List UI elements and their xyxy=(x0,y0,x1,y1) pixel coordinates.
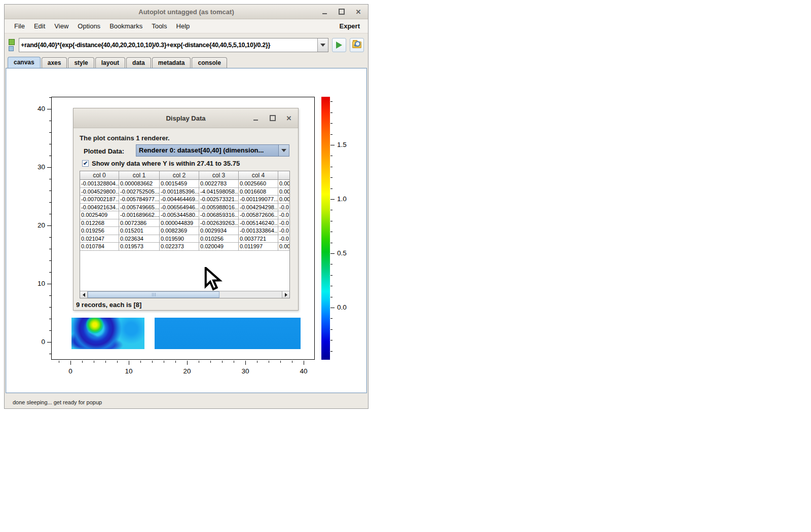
menu-bookmarks[interactable]: Bookmarks xyxy=(105,20,147,32)
desktop: Autoplot untagged (as tomcat) ✕ FileEdit… xyxy=(0,0,811,532)
y-axis-label: 40 xyxy=(24,105,45,113)
column-header[interactable] xyxy=(278,171,289,180)
window-titlebar[interactable]: Autoplot untagged (as tomcat) ✕ xyxy=(5,5,368,19)
y-axis-tick xyxy=(49,97,51,98)
combo-dropdown-button[interactable] xyxy=(278,145,289,156)
table-cell: -0.002573321... xyxy=(199,196,239,204)
table-cell: -0.005146240... xyxy=(239,219,278,227)
y-axis-label: 0 xyxy=(24,338,45,346)
play-icon xyxy=(336,42,342,49)
table-row[interactable]: -0.004921634...-0.005749665...-0.0065649… xyxy=(80,204,289,212)
records-summary: 9 records, each is [8] xyxy=(76,301,141,309)
window-maximize-button[interactable] xyxy=(338,8,346,16)
tab-canvas[interactable]: canvas xyxy=(8,57,41,68)
tab-data[interactable]: data xyxy=(126,57,151,68)
tab-style[interactable]: style xyxy=(68,57,94,68)
menu-file[interactable]: File xyxy=(10,20,29,32)
dialog-titlebar[interactable]: Display Data ✕ xyxy=(73,108,298,128)
colorbar-tick xyxy=(330,275,333,276)
column-header[interactable]: col 4 xyxy=(239,171,278,180)
table-cell: 0.023634 xyxy=(119,235,160,243)
table-cell: 0.019573 xyxy=(119,243,160,251)
table-cell: 0.0082369 xyxy=(160,227,199,235)
table-row[interactable]: 0.0107840.0195730.0223730.0200490.011997… xyxy=(80,243,289,251)
table-row[interactable]: 0.0210470.0236340.0195900.0102560.003772… xyxy=(80,235,289,243)
dialog-maximize-button[interactable] xyxy=(269,114,277,122)
dialog-minimize-button[interactable] xyxy=(251,114,260,122)
table-row[interactable]: 0.0122680.00723860.000044839-0.002639263… xyxy=(80,219,289,227)
y-axis-tick xyxy=(47,225,51,226)
uri-dropdown-button[interactable] xyxy=(317,39,328,52)
table-row[interactable]: 0.0192560.0152010.00823690.0029934-0.001… xyxy=(80,227,289,235)
y-axis-tick xyxy=(49,121,51,121)
uri-combobox[interactable]: +rand{40,40}*{exp{-distance{40,40,20,20,… xyxy=(19,38,328,52)
column-header[interactable]: col 2 xyxy=(160,171,199,180)
dialog-title: Display Data xyxy=(166,115,205,122)
window-close-button[interactable]: ✕ xyxy=(354,8,362,16)
scroll-left-button[interactable] xyxy=(80,291,88,298)
menu-help[interactable]: Help xyxy=(172,20,195,32)
table-cell: 0.000044839 xyxy=(160,219,199,227)
plot-canvas[interactable]: 4030201000102030401.51.00.50.0 Display D… xyxy=(6,68,367,393)
minimize-icon xyxy=(253,120,258,121)
column-header[interactable]: col 0 xyxy=(80,171,119,180)
menu-view[interactable]: View xyxy=(50,20,73,32)
tab-metadata[interactable]: metadata xyxy=(152,57,191,68)
x-axis-tick xyxy=(117,361,118,363)
column-header[interactable]: col 1 xyxy=(119,171,160,180)
uri-input[interactable]: +rand{40,40}*{exp{-distance{40,40,20,20,… xyxy=(19,39,317,52)
close-icon: ✕ xyxy=(286,115,292,122)
y-axis-tick xyxy=(49,144,51,144)
filter-checkbox[interactable]: ✔ xyxy=(82,160,89,167)
dialog-close-button[interactable]: ✕ xyxy=(285,114,293,122)
y-axis-tick xyxy=(49,307,51,308)
table-row[interactable]: -0.004529800...-0.002752505...-0.0011853… xyxy=(80,188,289,196)
y-axis-tick xyxy=(47,342,51,343)
inspect-uri-button[interactable] xyxy=(350,38,364,52)
go-button[interactable] xyxy=(332,38,346,52)
x-axis-label: 20 xyxy=(177,367,197,375)
colorbar-tick xyxy=(330,318,333,319)
chevron-down-icon xyxy=(281,149,286,152)
colorbar-tick xyxy=(330,221,333,221)
menu-options[interactable]: Options xyxy=(73,20,105,32)
plotted-data-combobox[interactable]: Renderer 0: dataset[40,40] (dimension... xyxy=(136,144,289,157)
table-row[interactable]: -0.001328804...0.0000836620.00154590.002… xyxy=(80,180,289,188)
datasource-indicator-icon xyxy=(9,39,15,51)
table-cell: -0.001689662... xyxy=(119,211,160,219)
tab-console[interactable]: console xyxy=(192,57,227,68)
x-axis-tick xyxy=(292,361,292,363)
table-cell: 0.00 xyxy=(278,196,289,204)
heatmap-fragment-left xyxy=(71,318,144,349)
menu-tools[interactable]: Tools xyxy=(147,20,171,32)
menu-edit[interactable]: Edit xyxy=(29,20,50,32)
colorbar-tick xyxy=(330,286,333,286)
colorbar-label: 1.0 xyxy=(337,195,347,203)
table-cell: -0.001328804... xyxy=(80,180,119,188)
column-header[interactable]: col 3 xyxy=(199,171,239,180)
colorbar-tick xyxy=(330,264,333,264)
scroll-right-button[interactable] xyxy=(282,291,289,298)
colorbar-tick xyxy=(330,243,333,243)
horizontal-scrollbar[interactable] xyxy=(80,291,289,298)
table-cell: -4.041598058... xyxy=(199,188,239,196)
table-cell: 0.0037721 xyxy=(239,235,278,243)
table-header-row: col 0col 1col 2col 3col 4 xyxy=(80,171,289,180)
colorbar[interactable] xyxy=(321,97,330,360)
tab-layout[interactable]: layout xyxy=(95,57,125,68)
colorbar-tick xyxy=(330,232,333,232)
colorbar-tick xyxy=(330,112,333,113)
x-axis-tick xyxy=(187,361,188,365)
tab-axes[interactable]: axes xyxy=(42,57,67,68)
table-row[interactable]: -0.007002187...-0.005784977...-0.0044644… xyxy=(80,196,289,204)
x-axis-tick xyxy=(269,361,269,363)
x-axis-tick xyxy=(70,361,71,365)
colorbar-tick xyxy=(330,297,333,297)
colorbar-tick xyxy=(330,145,335,145)
scrollbar-thumb[interactable] xyxy=(88,291,219,298)
x-axis-tick xyxy=(105,361,106,363)
menu-expert[interactable]: Expert xyxy=(337,20,363,32)
window-minimize-button[interactable] xyxy=(320,8,328,16)
minimize-icon xyxy=(322,13,327,14)
table-row[interactable]: 0.0025409-0.001689662...-0.005344580...-… xyxy=(80,211,289,219)
